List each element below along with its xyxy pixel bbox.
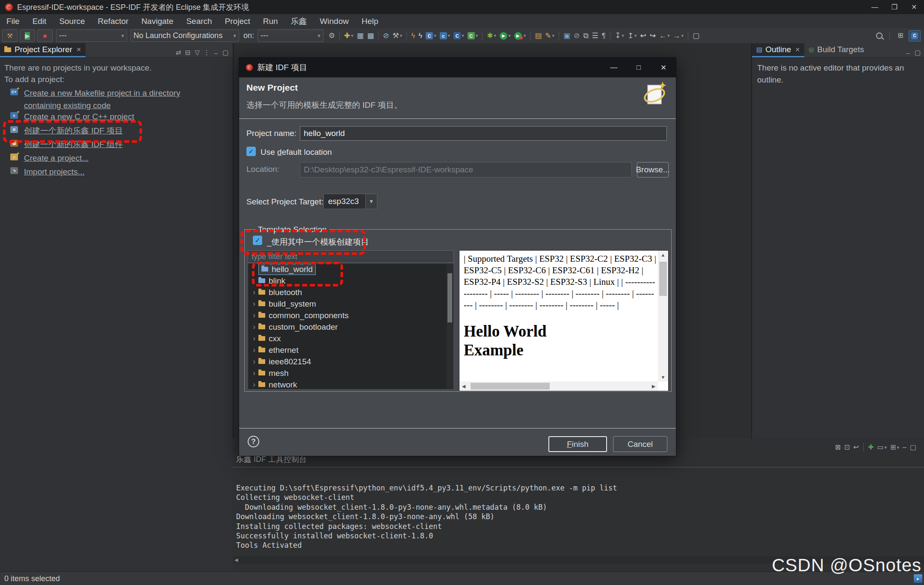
save-all-icon[interactable]: ▩ — [366, 31, 375, 41]
build-button[interactable]: ⚒ — [2, 30, 18, 42]
menu-Navigate[interactable]: Navigate — [135, 15, 180, 28]
use-template-checkbox[interactable]: ✓ — [253, 236, 262, 245]
pin-console-icon[interactable]: ✚ — [867, 442, 875, 452]
list-icon[interactable]: ☰ — [590, 31, 599, 41]
minimize-icon[interactable]: – — [903, 48, 913, 57]
menu-Help[interactable]: Help — [355, 15, 385, 28]
template-cxx[interactable]: ›cxx — [248, 333, 453, 344]
preview-vscrollbar[interactable]: ▲ ▼ — [658, 251, 668, 381]
template-bluetooth[interactable]: ›bluetooth — [248, 287, 453, 298]
template-ieee802154[interactable]: ›ieee802154 — [248, 356, 453, 367]
window-close-button[interactable]: ✕ — [904, 0, 924, 14]
link-5[interactable]: Create a project... — [24, 152, 89, 164]
template-hello_world[interactable]: hello_world — [248, 263, 453, 275]
window-maximize-button[interactable]: ❐ — [885, 0, 904, 14]
console-view-icon[interactable]: ▣ — [562, 31, 572, 41]
use-default-location-checkbox[interactable]: ✓ — [246, 147, 256, 156]
expand-chevron-icon[interactable]: › — [250, 346, 258, 355]
filter-icon[interactable]: ▽ — [192, 48, 202, 57]
idf-tool-orange-icon[interactable]: ϟ — [410, 31, 416, 41]
expand-chevron-icon[interactable]: › — [250, 369, 258, 378]
template-blink[interactable]: blink — [248, 275, 453, 287]
close-icon[interactable]: ✕ — [76, 46, 81, 53]
expand-chevron-icon[interactable]: › — [250, 288, 258, 297]
gear-icon[interactable]: ⚙ — [327, 31, 336, 41]
expand-chevron-icon[interactable]: › — [250, 311, 258, 320]
cancel-button[interactable]: Cancel — [613, 436, 667, 452]
link-4[interactable]: 创建一个新的乐鑫 IDF 组件 — [24, 138, 123, 151]
copy-icon[interactable]: ⧉ — [582, 31, 589, 41]
maximize-icon[interactable]: ▢ — [909, 442, 918, 452]
display-console-icon[interactable]: ▭▾ — [876, 442, 888, 452]
minimize-icon[interactable]: – — [901, 442, 908, 452]
launch-mode-combo[interactable]: No Launch Configurations ▾ — [130, 30, 239, 42]
template-mesh[interactable]: ›mesh — [248, 367, 453, 379]
open-resource-icon[interactable]: ▤ — [533, 31, 543, 41]
dialog-minimize-button[interactable]: — — [601, 58, 626, 77]
menu-Source[interactable]: Source — [53, 15, 91, 28]
scroll-down-icon[interactable]: ▼ — [658, 373, 668, 381]
expand-chevron-icon[interactable]: › — [250, 299, 258, 308]
launch-config-combo[interactable]: --- ▾ — [56, 30, 127, 42]
new-c-class-icon[interactable]: C▾ — [452, 31, 465, 41]
new-cpp-project-icon[interactable]: C▾ — [466, 31, 480, 41]
tab-outline[interactable]: ▤ Outline ✕ — [752, 43, 804, 57]
next-annotation-icon[interactable]: ↧▾ — [613, 31, 625, 41]
tab-build-targets[interactable]: ◎ Build Targets — [804, 43, 868, 57]
template-filter-input[interactable] — [248, 250, 454, 263]
skip-breakpoints-icon[interactable]: ⊘ — [382, 31, 390, 41]
cpp-perspective-button[interactable]: C — [909, 30, 921, 41]
tree-scrollbar[interactable] — [447, 264, 453, 389]
tree-scrollbar-thumb[interactable] — [447, 273, 452, 322]
menu-Project[interactable]: Project — [219, 15, 257, 28]
template-network[interactable]: ›network — [248, 379, 453, 390]
expand-chevron-icon[interactable]: › — [250, 322, 258, 331]
maximize-icon[interactable]: ▢ — [221, 48, 230, 57]
search-icon[interactable] — [876, 32, 883, 39]
pilcrow-icon[interactable]: ¶ — [601, 31, 607, 41]
template-common_components[interactable]: ›common_components — [248, 310, 453, 321]
new-c-project-icon[interactable]: C▾ — [424, 31, 438, 41]
maximize-icon[interactable]: ▢ — [913, 48, 922, 57]
expand-chevron-icon[interactable]: › — [250, 380, 258, 389]
help-button[interactable]: ? — [248, 436, 259, 447]
launch-target-combo[interactable]: --- ▾ — [258, 30, 323, 42]
link-3[interactable]: 创建一个新的乐鑫 IDF 项目 — [24, 124, 123, 137]
tab-project-explorer[interactable]: Project Explorer ✕ — [0, 43, 86, 57]
close-icon[interactable]: ✕ — [795, 46, 800, 53]
stop-button[interactable]: ■ — [37, 30, 53, 42]
forward-history-icon[interactable]: →▾ — [672, 31, 685, 41]
clear-console-icon[interactable]: ⊠ — [834, 442, 842, 452]
view-menu-icon[interactable]: ⋮ — [202, 48, 211, 57]
profile-icon[interactable]: ▶▾ — [513, 31, 527, 41]
target-combo[interactable]: esp32c3 ▼ — [323, 194, 377, 209]
minimize-icon[interactable]: – — [211, 48, 221, 57]
finish-button[interactable]: Finish — [548, 436, 607, 452]
launch-button[interactable]: ▶ — [20, 30, 35, 42]
back-icon[interactable]: ↩ — [639, 31, 647, 41]
link-1[interactable]: Create a new Makefile project in a direc… — [24, 87, 215, 112]
status-tray-icon[interactable]: ▸ — [914, 574, 922, 583]
template-ethernet[interactable]: ›ethernet — [248, 344, 453, 356]
collapse-all-icon[interactable]: ⊟ — [183, 48, 192, 57]
template-build_system[interactable]: ›build_system — [248, 298, 453, 310]
dialog-maximize-button[interactable]: □ — [626, 58, 651, 77]
menu-Run[interactable]: Run — [257, 15, 284, 28]
back-history-icon[interactable]: ←▾ — [658, 31, 671, 41]
expand-chevron-icon[interactable]: › — [250, 357, 258, 366]
browse-button[interactable]: Browse... — [637, 162, 669, 177]
preview-hscrollbar-thumb[interactable] — [471, 383, 550, 390]
link-2[interactable]: Create a new C or C++ project — [24, 110, 134, 123]
build-all-icon[interactable]: ⚒▾ — [391, 31, 403, 41]
dialog-close-button[interactable]: ✕ — [651, 58, 676, 77]
idf-tool-white-icon[interactable]: ϟ — [417, 31, 424, 41]
forward-icon[interactable]: ↪ — [649, 31, 657, 41]
no-entry-icon[interactable]: ⊘ — [572, 31, 581, 41]
scroll-right-icon[interactable]: ▶ — [649, 381, 658, 391]
menu-File[interactable]: File — [0, 15, 26, 28]
chevron-down-icon[interactable]: ▼ — [365, 194, 377, 209]
preview-vscrollbar-thumb[interactable] — [659, 262, 667, 296]
scroll-up-icon[interactable]: ▲ — [658, 251, 668, 259]
new-c-file-icon[interactable]: c▾ — [438, 31, 452, 41]
annotate-icon[interactable]: ✎▾ — [544, 31, 556, 41]
